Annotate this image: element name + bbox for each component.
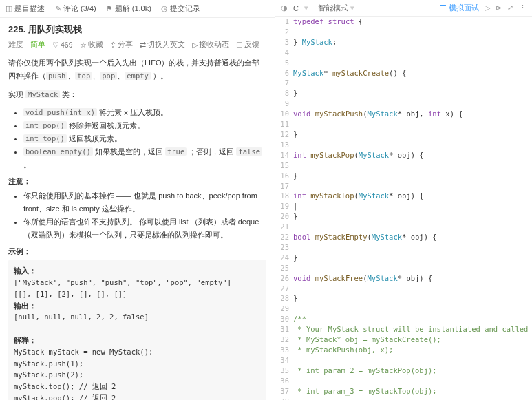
example-block: 输入： ["MyStack", "push", "push", "top", "… xyxy=(8,260,266,400)
code-line[interactable]: 25 xyxy=(275,263,532,273)
code-line[interactable]: 18int myStackTop(MyStack* obj) { xyxy=(275,191,532,201)
language-select[interactable]: C xyxy=(293,4,299,12)
tab-3[interactable]: ◷提交记录 xyxy=(161,3,200,14)
tab-0[interactable]: ◫题目描述 xyxy=(6,3,45,14)
line-content: } xyxy=(293,293,297,304)
line-content: /** xyxy=(293,314,306,324)
line-number: 4 xyxy=(275,48,293,58)
problem-title: 225. 用队列实现栈 xyxy=(8,23,266,36)
line-content: } xyxy=(293,253,297,263)
code-line[interactable]: 9 xyxy=(275,98,532,109)
bell-icon: ▷ xyxy=(192,41,198,49)
expand-button[interactable]: ⤢ xyxy=(507,3,513,12)
op-item: boolean empty() 如果栈是空的，返回 true ；否则，返回 fa… xyxy=(23,145,266,171)
code-line[interactable]: 24} xyxy=(275,253,532,263)
line-number: 9 xyxy=(275,98,293,109)
code-line[interactable]: 29 xyxy=(275,304,532,314)
code-line[interactable]: 35 * int param_2 = myStackPop(obj); xyxy=(275,366,532,376)
line-content: } MyStack; xyxy=(293,37,337,48)
notes-list: 你只能使用队列的基本操作 —— 也就是 push to back、peek/po… xyxy=(8,189,266,241)
tab-2[interactable]: ⚑题解 (1.0k) xyxy=(106,3,151,14)
line-number: 29 xyxy=(275,304,293,314)
editor-panel: ◑ C ▾ 智能模式 ▾ ☰模拟面试 ▷ ⊳ ⤢ ⋮ 1typedef stru… xyxy=(275,0,532,400)
code-line[interactable]: 12} xyxy=(275,129,532,140)
code-line[interactable]: 2 xyxy=(275,27,532,37)
code-line[interactable]: 26void myStackFree(MyStack* obj) { xyxy=(275,273,532,284)
code-line[interactable]: 34 xyxy=(275,355,532,366)
line-number: 10 xyxy=(275,109,293,119)
code-line[interactable]: 5 xyxy=(275,58,532,68)
mock-interview-button[interactable]: ☰模拟面试 xyxy=(440,3,479,13)
line-number: 1 xyxy=(275,17,293,27)
line-number: 28 xyxy=(275,293,293,304)
code-line[interactable]: 30/** xyxy=(275,314,532,324)
code-line[interactable]: 4 xyxy=(275,48,532,58)
line-number: 37 xyxy=(275,386,293,397)
code-line[interactable]: 15 xyxy=(275,160,532,171)
line-number: 14 xyxy=(275,150,293,160)
line-number: 12 xyxy=(275,129,293,140)
code-line[interactable]: 23 xyxy=(275,242,532,253)
activity-button[interactable]: ▷接收动态 xyxy=(192,40,229,50)
line-number: 6 xyxy=(275,68,293,78)
line-number: 31 xyxy=(275,324,293,335)
line-number: 2 xyxy=(275,27,293,37)
code-line[interactable]: 33 * myStackPush(obj, x); xyxy=(275,345,532,355)
code-line[interactable]: 22bool myStackEmpty(MyStack* obj) { xyxy=(275,232,532,242)
code-line[interactable]: 37 * int param_3 = myStackTop(obj); xyxy=(275,386,532,397)
op-item: int pop() 移除并返回栈顶元素。 xyxy=(23,119,266,132)
code-line[interactable]: 28} xyxy=(275,293,532,304)
favorite-button[interactable]: ☆收藏 xyxy=(80,40,103,50)
line-content: int myStackTop(MyStack* obj) { xyxy=(293,191,424,201)
code-line[interactable]: 31 * Your MyStack struct will be instant… xyxy=(275,324,532,335)
line-number: 34 xyxy=(275,355,293,366)
difficulty-label: 难度 xyxy=(8,40,23,50)
problem-meta: 难度 简单 ♡469 ☆收藏 ⇪分享 ⇄切换为英文 ▷接收动态 ☐反馈 xyxy=(8,40,266,50)
likes-button[interactable]: ♡469 xyxy=(52,41,73,49)
code-line[interactable]: 8} xyxy=(275,88,532,98)
code-line[interactable]: 16} xyxy=(275,171,532,181)
line-content xyxy=(293,119,297,129)
share-button[interactable]: ⇪分享 xyxy=(110,40,133,50)
line-content: int myStackPop(MyStack* obj) { xyxy=(293,150,424,160)
line-content: } xyxy=(293,211,297,222)
note-item: 你只能使用队列的基本操作 —— 也就是 push to back、peek/po… xyxy=(23,189,266,215)
code-line[interactable]: 21 xyxy=(275,222,532,232)
submit-button[interactable]: ⊳ xyxy=(496,3,502,12)
code-line[interactable]: 13 xyxy=(275,140,532,150)
code-line[interactable]: 1typedef struct { xyxy=(275,17,532,27)
code-line[interactable]: 7 xyxy=(275,78,532,88)
code-editor[interactable]: 1typedef struct {2 3} MyStack;4 5 6MySta… xyxy=(275,17,532,400)
translate-button[interactable]: ⇄切换为英文 xyxy=(140,40,185,50)
feedback-icon: ☐ xyxy=(236,41,243,49)
line-content xyxy=(293,160,297,171)
line-number: 35 xyxy=(275,366,293,376)
line-content: * int param_2 = myStackPop(obj); xyxy=(293,366,437,376)
code-line[interactable]: 17 xyxy=(275,181,532,191)
feedback-button[interactable]: ☐反馈 xyxy=(236,40,259,50)
code-line[interactable]: 36 xyxy=(275,376,532,386)
code-line[interactable]: 20} xyxy=(275,211,532,222)
line-number: 20 xyxy=(275,211,293,222)
line-content xyxy=(293,58,297,68)
more-button[interactable]: ⋮ xyxy=(519,3,526,12)
code-line[interactable]: 38 xyxy=(275,397,532,400)
tab-1[interactable]: ✎评论 (3/4) xyxy=(54,3,96,14)
code-line[interactable]: 11 xyxy=(275,119,532,129)
code-line[interactable]: 27 xyxy=(275,284,532,294)
code-line[interactable]: 14int myStackPop(MyStack* obj) { xyxy=(275,150,532,160)
run-button[interactable]: ▷ xyxy=(485,3,490,12)
code-line[interactable]: 6MyStack* myStackCreate() { xyxy=(275,68,532,78)
line-number: 25 xyxy=(275,263,293,273)
tab-label: 提交记录 xyxy=(170,3,200,14)
code-line[interactable]: 32 * MyStack* obj = myStackCreate(); xyxy=(275,335,532,345)
star-icon: ☆ xyxy=(80,41,87,49)
code-line[interactable]: 10void myStackPush(MyStack* obj, int x) … xyxy=(275,109,532,119)
code-line[interactable]: 3} MyStack; xyxy=(275,37,532,48)
line-content: void myStackFree(MyStack* obj) { xyxy=(293,273,432,284)
code-line[interactable]: 19| xyxy=(275,201,532,211)
autocomplete-select[interactable]: 智能模式 xyxy=(318,3,348,12)
line-content xyxy=(293,242,297,253)
line-content xyxy=(293,48,297,58)
line-content xyxy=(293,27,297,37)
